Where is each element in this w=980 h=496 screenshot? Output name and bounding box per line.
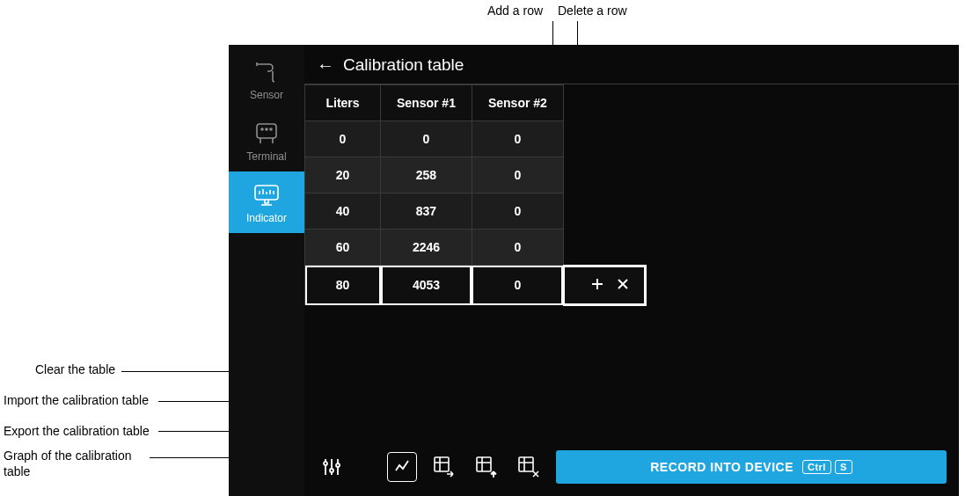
- annotation-graph-table: Graph of the calibration table: [4, 449, 153, 479]
- svg-point-7: [336, 463, 340, 467]
- sidebar-item-terminal[interactable]: Terminal: [229, 110, 304, 171]
- annotation-export-table: Export the calibration table: [4, 424, 150, 438]
- cell-sensor1[interactable]: 837: [381, 193, 472, 230]
- svg-rect-10: [519, 457, 533, 471]
- settings-sliders-icon[interactable]: [317, 452, 347, 482]
- header: ← Calibration table: [304, 45, 959, 84]
- svg-point-1: [261, 128, 263, 130]
- annotation-import-table: Import the calibration table: [4, 393, 149, 407]
- svg-point-3: [270, 128, 272, 130]
- annotation-clear-table: Clear the table: [35, 362, 115, 376]
- cell-liters[interactable]: 40: [305, 193, 381, 230]
- record-label: RECORD INTO DEVICE: [650, 460, 794, 474]
- annotation-add-row: Add a row: [487, 4, 543, 18]
- cell-sensor2[interactable]: 0: [472, 121, 563, 157]
- page-title: Calibration table: [343, 55, 464, 75]
- cell-sensor2[interactable]: 0: [472, 193, 563, 230]
- svg-point-6: [330, 469, 333, 472]
- import-table-button[interactable]: [472, 452, 501, 482]
- svg-rect-8: [435, 457, 449, 471]
- graph-button[interactable]: [387, 452, 417, 482]
- svg-point-2: [266, 128, 267, 130]
- bottom-toolbar: RECORD INTO DEVICE Ctrl S: [304, 441, 959, 496]
- table-row[interactable]: 20 258 0: [305, 157, 646, 193]
- indicator-icon: [251, 182, 282, 208]
- cell-sensor1[interactable]: 258: [381, 157, 472, 193]
- col-sensor-1: Sensor #1: [381, 85, 472, 121]
- sidebar: Sensor Terminal Indic: [229, 45, 304, 496]
- cell-sensor2[interactable]: 0: [472, 230, 563, 266]
- back-arrow-icon[interactable]: ←: [317, 56, 334, 74]
- cell-liters[interactable]: 60: [305, 230, 381, 266]
- sidebar-item-label: Indicator: [246, 212, 287, 224]
- svg-rect-0: [257, 124, 276, 138]
- table-row[interactable]: 80 4053 0: [305, 266, 646, 305]
- add-row-icon[interactable]: [590, 277, 604, 294]
- main-panel: ← Calibration table Liters Sensor #1 Sen…: [304, 45, 959, 496]
- sidebar-item-label: Terminal: [246, 150, 286, 163]
- cell-sensor1[interactable]: 4053: [381, 266, 472, 305]
- svg-rect-9: [477, 457, 491, 471]
- app-window: Sensor Terminal Indic: [229, 45, 959, 496]
- col-sensor-2: Sensor #2: [472, 85, 563, 121]
- annotation-delete-row: Delete a row: [558, 4, 627, 18]
- table-row[interactable]: 0 0 0: [305, 121, 646, 157]
- cell-liters[interactable]: 20: [305, 157, 381, 193]
- col-liters: Liters: [305, 85, 381, 121]
- table-row[interactable]: 60 2246 0: [305, 230, 646, 266]
- cell-liters[interactable]: 80: [305, 266, 381, 305]
- delete-row-icon[interactable]: [617, 278, 629, 293]
- cell-sensor2[interactable]: 0: [472, 157, 563, 193]
- sensor-icon: [252, 55, 282, 85]
- cell-sensor2[interactable]: 0: [472, 266, 563, 305]
- cell-sensor1[interactable]: 2246: [381, 230, 472, 266]
- sidebar-item-sensor[interactable]: Sensor: [229, 45, 304, 110]
- terminal-icon: [252, 120, 282, 147]
- sidebar-item-label: Sensor: [250, 89, 283, 101]
- cell-liters[interactable]: 0: [305, 121, 381, 157]
- clear-table-button[interactable]: [514, 452, 544, 482]
- leader-line: [121, 371, 236, 372]
- export-table-button[interactable]: [429, 452, 459, 482]
- shortcut-hint: Ctrl S: [802, 460, 852, 474]
- record-into-device-button[interactable]: RECORD INTO DEVICE Ctrl S: [556, 450, 947, 484]
- table-row[interactable]: 40 837 0: [305, 193, 646, 230]
- sidebar-item-indicator[interactable]: Indicator: [229, 171, 304, 233]
- calibration-table: Liters Sensor #1 Sensor #2 0 0 0 20: [304, 84, 647, 306]
- cell-sensor1[interactable]: 0: [381, 121, 472, 157]
- svg-point-5: [324, 462, 327, 465]
